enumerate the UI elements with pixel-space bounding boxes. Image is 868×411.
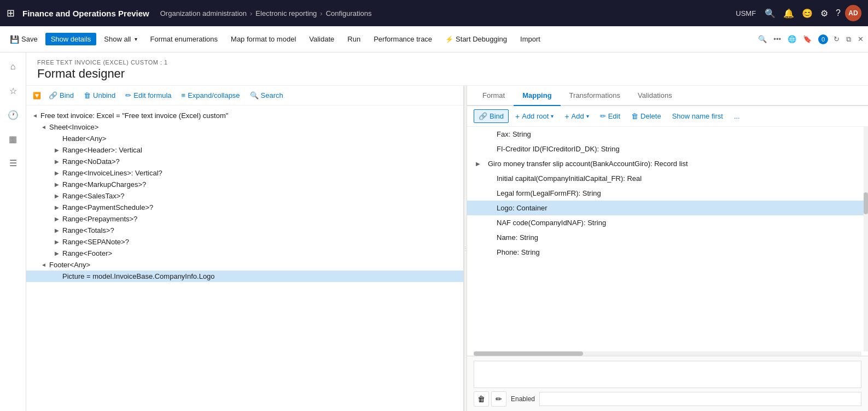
toggle-rangeprepay[interactable]: ▶ [53,216,61,222]
format-enumerations-button[interactable]: Format enumerations [145,33,224,45]
toggle-root[interactable]: ◄ [31,113,39,119]
tree-item-rangeinvoicelines[interactable]: ▶ Range<InvoiceLines>: Vertical? [26,167,463,179]
expand-collapse-button[interactable]: ≡ Expand/collapse [177,89,244,102]
data-item-legalform[interactable]: Legal form(LegalFormFR): String [467,186,867,201]
tree-item-rangenodata[interactable]: ▶ Range<NoData>? [26,156,463,167]
edit-button-mapping[interactable]: ✏ Edit [596,110,625,122]
filter-icon[interactable]: 🔽 [33,92,41,99]
sidebar-clock-icon[interactable]: 🕐 [3,105,23,125]
edit-bottom-button[interactable]: ✏ [491,391,506,407]
toggle-footer[interactable]: ◄ [39,262,48,268]
search-icon[interactable]: 🔍 [765,8,776,19]
data-item-nafcode[interactable]: NAF code(CompanyIdNAF): String [467,215,867,230]
validate-button[interactable]: Validate [304,33,340,45]
import-button[interactable]: Import [515,33,546,45]
sidebar-list-icon[interactable]: ☰ [3,153,23,173]
bind-button-mapping[interactable]: 🔗 Bind [474,109,509,123]
toolbar-search-icon[interactable]: 🔍 [758,35,767,43]
giro-expand[interactable]: ▶ [476,161,483,167]
add-root-button[interactable]: + Add root ▾ [511,110,558,123]
main-layout: ⌂ ☆ 🕐 ▦ ☰ FREE TEXT INVOICE (EXCEL) CUST… [0,52,868,411]
app-grid-icon[interactable]: ⊞ [7,7,15,19]
data-item-initialcapital[interactable]: Initial capital(CompanyInitialCapital_FR… [467,171,867,186]
sidebar-star-icon[interactable]: ☆ [3,81,23,101]
tree-item-rangefooter[interactable]: ▶ Range<Footer> [26,248,463,259]
breadcrumb-org[interactable]: Organization administration [160,9,247,17]
edit-formula-button[interactable]: ✏ Edit formula [121,89,176,102]
tree-item-rangesalestax[interactable]: ▶ Range<SalesTax>? [26,190,463,202]
tree-item-header[interactable]: Header<Any> [26,133,463,144]
search-button-format[interactable]: 🔍 Search [246,89,288,102]
breadcrumb-config[interactable]: Configurations [326,9,372,17]
tree-item-rangeheader[interactable]: ▶ Range<Header>: Vertical [26,144,463,156]
run-button[interactable]: Run [342,33,366,45]
toggle-rangemarkup[interactable]: ▶ [53,181,61,187]
tree-item-root[interactable]: ◄ Free text invoice: Excel = "Free text … [26,110,463,121]
tree-label-rangeprepay: Range<Prepayments>? [61,215,137,223]
tree-item-rangesepanote[interactable]: ▶ Range<SEPANote>? [26,236,463,248]
gear-icon[interactable]: ⚙ [820,8,828,19]
toolbar-bookmark-icon[interactable]: 🔖 [803,35,812,43]
toggle-rangeheader[interactable]: ▶ [53,147,61,153]
tab-validations[interactable]: Validations [629,86,681,106]
data-item-ficreditor[interactable]: FI-Creditor ID(FICreditorID_DK): String [467,142,867,156]
avatar[interactable]: AD [845,5,861,21]
sidebar-home-icon[interactable]: ⌂ [3,57,23,77]
tree-item-rangepayment[interactable]: ▶ Range<PaymentSchedule>? [26,202,463,213]
toolbar-more-icon[interactable]: ••• [773,35,781,43]
bind-button-format[interactable]: 🔗 Bind [44,89,78,102]
toolbar-globe-icon[interactable]: 🌐 [788,35,796,43]
delete-button-mapping[interactable]: 🗑 Delete [627,110,666,122]
sidebar-grid-icon[interactable]: ▦ [3,129,23,149]
horizontal-scrollbar[interactable] [474,351,861,356]
save-button[interactable]: 💾 Save [4,33,43,46]
bell-icon[interactable]: 🔔 [783,8,794,19]
toolbar-newwin-icon[interactable]: ⧉ [846,35,851,44]
tab-format[interactable]: Format [474,86,514,106]
bottom-icons: 🗑 ✏ [474,391,506,407]
designer-area: 🔽 🔗 Bind 🗑 Unbind ✏ Edit formula ≡ [26,86,868,411]
toolbar-close-icon[interactable]: ✕ [858,35,864,43]
start-debugging-button[interactable]: ⚡ Start Debugging [440,33,512,45]
toggle-rangesepanote[interactable]: ▶ [53,239,61,245]
nav-icons: 🔍 🔔 😊 ⚙ ? [765,8,841,19]
data-item-logo[interactable]: Logo: Container [467,201,867,215]
hscroll-thumb [474,351,583,356]
toggle-rangefooter[interactable]: ▶ [53,250,61,256]
unbind-button[interactable]: 🗑 Unbind [79,89,120,102]
toggle-rangeinvoicelines[interactable]: ▶ [53,170,61,176]
show-details-button[interactable]: Show details [45,33,97,45]
data-item-phone[interactable]: Phone: String [467,245,867,260]
delete-bottom-button[interactable]: 🗑 [474,391,489,407]
tree-item-sheet[interactable]: ◄ Sheet<Invoice> [26,121,463,133]
map-format-to-model-button[interactable]: Map format to model [225,33,301,45]
tree-item-footer[interactable]: ◄ Footer<Any> [26,259,463,271]
toggle-rangepayment[interactable]: ▶ [53,204,61,210]
toggle-rangesalestax[interactable]: ▶ [53,193,61,199]
tab-transformations[interactable]: Transformations [561,86,629,106]
toggle-sheet[interactable]: ◄ [39,124,48,130]
toggle-rangenodata[interactable]: ▶ [53,158,61,165]
data-item-fax[interactable]: Fax: String [467,127,867,142]
enabled-field[interactable] [539,392,861,406]
help-icon[interactable]: ? [836,8,841,18]
tree-item-picture[interactable]: Picture = model.InvoiceBase.CompanyInfo.… [26,271,463,282]
vertical-scrollbar[interactable] [864,127,868,351]
smiley-icon[interactable]: 😊 [802,8,813,19]
tree-item-rangeprepay[interactable]: ▶ Range<Prepayments>? [26,213,463,225]
breadcrumb-er[interactable]: Electronic reporting [255,9,317,17]
toggle-rangetotals[interactable]: ▶ [53,227,61,233]
performance-trace-button[interactable]: Performance trace [368,33,438,45]
tree-label-rangesepanote: Range<SEPANote>? [61,238,129,246]
show-all-button[interactable]: Show all [98,33,142,45]
more-button-mapping[interactable]: ... [730,110,744,122]
toolbar-refresh-icon[interactable]: ↻ [834,35,840,43]
show-name-first-button[interactable]: Show name first [668,110,727,122]
tab-mapping[interactable]: Mapping [514,86,560,106]
add-button-mapping[interactable]: + Add ▾ [560,110,593,123]
data-item-giro[interactable]: ▶ Giro money transfer slip account(BankA… [467,156,867,171]
tree-item-rangemarkup[interactable]: ▶ Range<MarkupCharges>? [26,179,463,190]
formula-textarea[interactable] [474,361,861,388]
tree-item-rangetotals[interactable]: ▶ Range<Totals>? [26,225,463,236]
data-item-name[interactable]: Name: String [467,230,867,245]
